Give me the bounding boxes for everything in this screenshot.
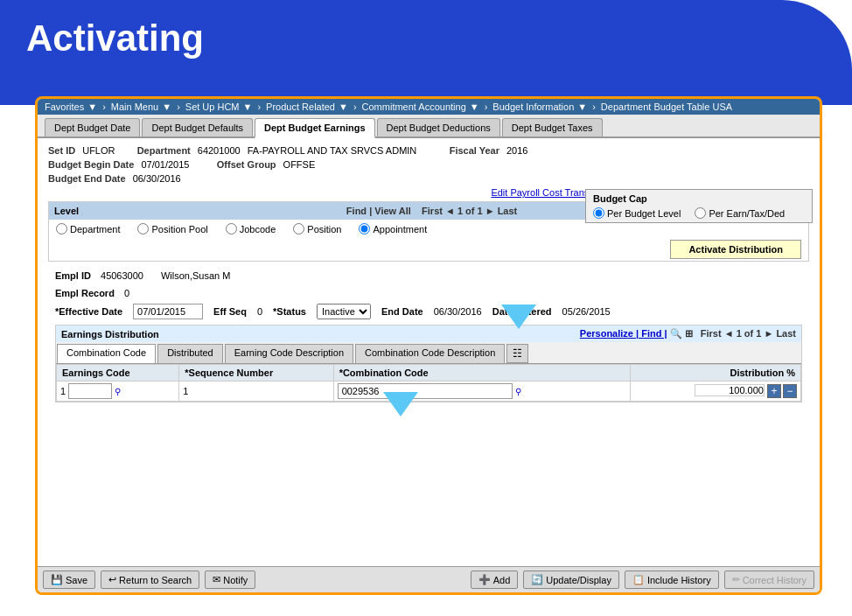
bottom-bar-left: 💾 Save ↩ Return to Search ✉ Notify [43,570,255,589]
remove-row-button[interactable]: − [783,384,797,398]
tab-dept-budget-defaults[interactable]: Dept Budget Defaults [142,118,253,136]
status-label: *Status [273,306,306,317]
sub-tab-combination-code[interactable]: Combination Code [57,344,156,363]
table-header-row: Earnings Code *Sequence Number *Combinat… [57,365,801,382]
nav-budget-info[interactable]: Budget Information [492,102,574,112]
update-display-button[interactable]: 🔄 Update/Display [523,570,619,589]
save-icon: 💾 [51,574,63,585]
radio-jobcode-input[interactable] [226,223,237,234]
budget-cap-title: Budget Cap [593,193,805,204]
level-radio-appointment[interactable]: Appointment [359,223,427,234]
empl-id-value: 45063000 [101,270,143,281]
cell-combination-code: ⚲ [333,382,630,402]
radio-pos-pool-label: Position Pool [151,224,207,234]
sub-tab-distributed[interactable]: Distributed [157,344,223,363]
level-radio-jobcode[interactable]: Jobcode [226,223,276,234]
offset-value: OFFSE [283,159,316,170]
nav-setup-hcm[interactable]: Set Up HCM [185,102,240,112]
begin-date-value: 07/01/2015 [141,159,189,170]
tab-dept-budget-date[interactable]: Dept Budget Date [45,118,140,136]
correct-history-button[interactable]: ✏ Correct History [724,570,814,589]
empl-info-row1: Empl ID 45063000 Wilson,Susan M [48,267,809,284]
plus-minus-buttons: + − [767,384,797,398]
radio-dept-input[interactable] [56,223,67,234]
notify-label: Notify [223,575,248,585]
arrow-down-1 [501,304,536,329]
status-row: *Effective Date Eff Seq 0 *Status Inacti… [48,302,809,321]
setid-label: Set ID [48,145,75,156]
return-icon: ↩ [108,574,116,585]
earnings-header: Earnings Distribution Personalize | Find… [56,326,801,342]
tab-dept-budget-earnings[interactable]: Dept Budget Earnings [255,118,375,138]
save-button[interactable]: 💾 Save [43,570,95,589]
sub-tab-icon[interactable]: ☷ [506,344,528,363]
personalize-link[interactable]: Personalize | Find | [580,328,667,339]
sequence-value: 1 [183,386,188,396]
combination-code-input[interactable] [338,383,513,399]
arrow-down-2 [383,392,418,416]
level-radio-position[interactable]: Position [293,223,341,234]
radio-per-earn-label: Per Earn/Tax/Ded [709,208,785,219]
eff-date-input[interactable] [133,304,203,319]
include-history-button[interactable]: 📋 Include History [625,570,719,589]
dept-label: Department [137,145,191,156]
radio-jobcode-label: Jobcode [240,224,276,234]
grid-icon[interactable]: ⊞ [685,328,693,339]
empl-record-field: Empl Record 0 [55,288,129,298]
cell-distribution-pct: + − [630,382,800,402]
correct-icon: ✏ [732,574,740,585]
earnings-section: Earnings Distribution Personalize | Find… [55,325,802,402]
level-radio-position-pool[interactable]: Position Pool [137,223,207,234]
find-view-all[interactable]: Find | View All [346,206,411,216]
radio-per-budget-level[interactable]: Per Budget Level [593,207,681,219]
dept-value: 64201000 [198,145,241,156]
earnings-code-lookup-icon[interactable]: ⚲ [115,387,121,396]
level-radio-department[interactable]: Department [56,223,120,234]
bottom-bar-right: ➕ Add 🔄 Update/Display 📋 Include History… [471,570,814,589]
col-earnings-code: Earnings Code [57,365,179,382]
col-distribution-pct: Distribution % [630,365,800,382]
radio-per-earn-input[interactable] [695,207,706,219]
history-label: Include History [647,575,711,585]
nav-commitment[interactable]: Commitment Accounting [362,102,466,112]
radio-per-budget-label: Per Budget Level [607,208,681,219]
budget-cap-box: Budget Cap Per Budget Level Per Earn/Tax… [585,189,813,223]
cell-row-num: 1 ⚲ [57,382,179,402]
table-row: 1 ⚲ 1 ⚲ [57,382,801,402]
nav-dept-budget: Department Budget Table USA [601,102,732,112]
begin-date-label: Budget Begin Date [48,159,134,170]
row-number: 1 [60,386,66,396]
nav-product-related[interactable]: Product Related [266,102,335,112]
return-to-search-button[interactable]: ↩ Return to Search [101,570,199,589]
combo-code-lookup-icon[interactable]: ⚲ [515,387,521,396]
empl-name-field: Wilson,Susan M [161,270,230,281]
sub-tab-earning-code-desc[interactable]: Earning Code Description [225,344,353,363]
history-icon: 📋 [632,574,645,585]
radio-per-earn[interactable]: Per Earn/Tax/Ded [695,207,785,219]
sub-tab-combo-code-desc[interactable]: Combination Code Description [355,344,505,363]
cell-sequence: 1 [179,382,333,402]
radio-position-input[interactable] [293,223,304,234]
nav-main-menu[interactable]: Main Menu [111,102,158,112]
notify-button[interactable]: ✉ Notify [205,570,255,589]
add-button[interactable]: ➕ Add [471,570,519,589]
activate-btn-container: Activate Distribution [49,238,808,261]
tab-dept-budget-deductions[interactable]: Dept Budget Deductions [377,118,500,136]
radio-appointment-input[interactable] [359,223,370,234]
radio-pos-pool-input[interactable] [137,223,149,234]
earnings-personalize: Personalize | Find | 🔍 ⊞ First ◄ 1 of 1 … [580,328,796,340]
tab-dept-budget-taxes[interactable]: Dept Budget Taxes [502,118,603,136]
eff-date-label: *Effective Date [55,306,122,317]
activate-distribution-button[interactable]: Activate Distribution [670,240,801,259]
fiscal-year-value: 2016 [506,145,527,156]
earnings-code-input[interactable] [68,383,112,399]
status-select[interactable]: Inactive [317,304,371,319]
empl-id-label: Empl ID [55,270,91,281]
end-date-label-emp: End Date [381,306,423,317]
radio-per-budget-input[interactable] [593,207,604,219]
add-row-button[interactable]: + [767,384,781,398]
end-date-value: 06/30/2016 [133,173,181,184]
distribution-pct-input[interactable] [695,384,765,396]
find-icon[interactable]: 🔍 [670,328,682,339]
nav-favorites[interactable]: Favorites [45,102,84,112]
